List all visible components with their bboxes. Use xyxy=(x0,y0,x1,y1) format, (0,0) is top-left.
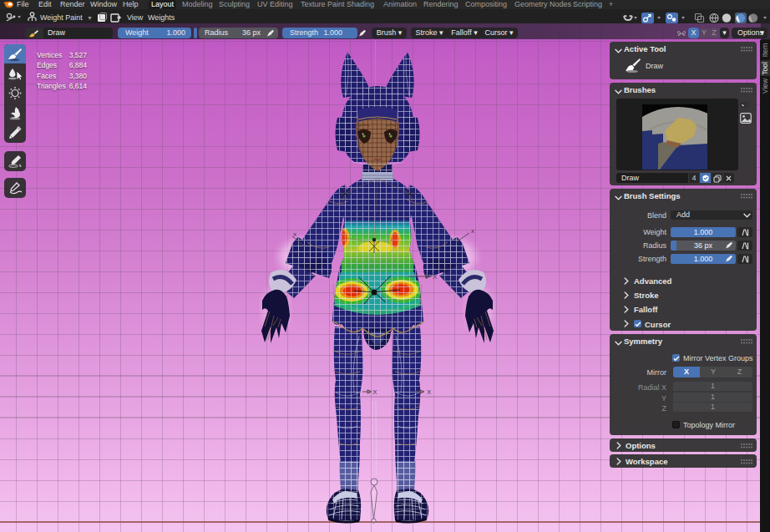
svg-text:X: X xyxy=(427,388,432,396)
svg-text:X: X xyxy=(433,273,438,281)
svg-text:X: X xyxy=(372,388,377,396)
svg-text:x: x xyxy=(471,227,474,235)
svg-text:x: x xyxy=(293,231,296,238)
